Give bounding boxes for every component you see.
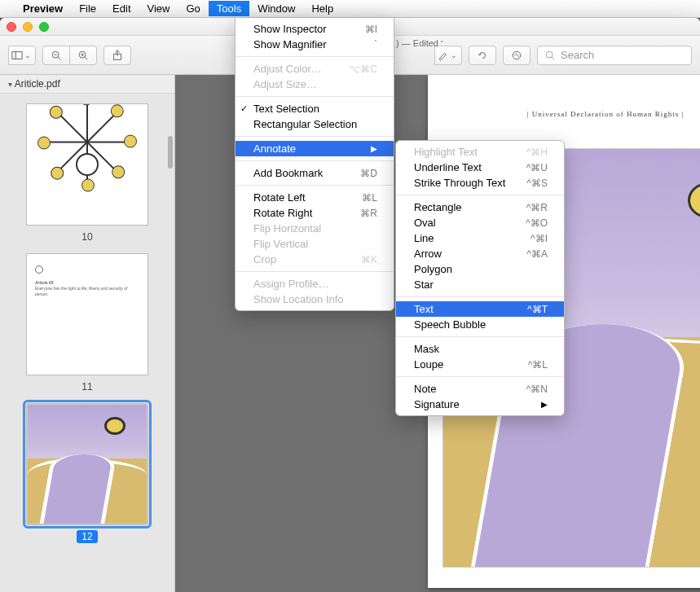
zoom-out-button[interactable] xyxy=(42,46,70,65)
menu-shortcut: ⌘I xyxy=(365,24,377,35)
menubar-tools[interactable]: Tools xyxy=(209,1,249,16)
annotate-menu-item-loupe[interactable]: Loupe^⌘L xyxy=(396,357,564,372)
tools-menu-item-crop: Crop⌘K xyxy=(236,252,394,267)
annotate-menu-item-text[interactable]: Text^⌘T xyxy=(396,301,564,317)
annotate-menu-item-oval[interactable]: Oval^⌘O xyxy=(396,215,564,230)
rotate-button[interactable] xyxy=(469,46,496,65)
menu-item-label: Text xyxy=(414,303,434,315)
menu-shortcut: ^⌘S xyxy=(526,178,548,189)
menubar-help[interactable]: Help xyxy=(303,1,341,16)
zoom-out-icon xyxy=(51,50,62,61)
highlight-group: ⌄ xyxy=(434,46,462,65)
share-button[interactable] xyxy=(103,46,131,65)
zoom-group xyxy=(42,46,97,65)
svg-line-6 xyxy=(85,57,87,59)
menu-item-label: Rectangular Selection xyxy=(253,118,357,130)
menu-item-label: Signature xyxy=(414,398,460,410)
menu-separator xyxy=(236,185,394,186)
menu-separator xyxy=(396,296,564,297)
annotate-menu-item-arrow[interactable]: Arrow^⌘A xyxy=(396,246,564,261)
tools-menu-item-show-inspector[interactable]: Show Inspector⌘I xyxy=(236,21,394,37)
annotate-menu-item-signature[interactable]: Signature▶ xyxy=(396,397,564,412)
view-mode-button[interactable]: ⌄ xyxy=(8,46,36,65)
scrollbar-thumb[interactable] xyxy=(168,136,173,169)
menu-item-label: Oval xyxy=(414,217,436,229)
document-name[interactable]: Ariticle.pdf xyxy=(0,75,174,94)
highlight-button[interactable]: ⌄ xyxy=(434,46,462,65)
page-header-text: | Universal Declaration of Human Rights … xyxy=(428,110,700,118)
annotate-menu-item-note[interactable]: Note^⌘N xyxy=(396,381,564,397)
menu-shortcut: ^⌘T xyxy=(527,304,548,315)
tools-menu-item-rotate-right[interactable]: Rotate Right⌘R xyxy=(236,205,394,221)
menubar-app[interactable]: Preview xyxy=(15,1,71,16)
menu-separator xyxy=(396,195,564,195)
thumbnail-image xyxy=(26,403,148,525)
tools-menu-item-show-magnifier[interactable]: Show Magnifier` xyxy=(236,37,394,52)
menu-shortcut: ⌘L xyxy=(362,192,377,204)
menu-shortcut: ^⌘O xyxy=(526,217,548,229)
annotate-menu-item-speech-bubble[interactable]: Speech Bubble xyxy=(396,317,564,332)
page-number: 10 xyxy=(77,230,97,243)
menu-item-label: Assign Profile… xyxy=(253,278,328,290)
menubar-edit[interactable]: Edit xyxy=(104,1,139,16)
annotate-menu-item-underline-text[interactable]: Underline Text^⌘U xyxy=(396,160,564,175)
page-thumbnail[interactable]: Article 03 Everyone has the right to lif… xyxy=(0,253,174,393)
menubar-window[interactable]: Window xyxy=(249,1,303,16)
chevron-down-icon: ⌄ xyxy=(449,51,459,59)
thumbnail-image: Article 03 Everyone has the right to lif… xyxy=(26,253,148,375)
annotate-menu-item-rectangle[interactable]: Rectangle^⌘R xyxy=(396,200,564,215)
menu-item-label: Annotate xyxy=(253,143,296,155)
menu-item-label: Rotate Right xyxy=(253,207,312,219)
menu-item-label: Text Selection xyxy=(253,103,319,115)
annotate-menu-item-mask[interactable]: Mask xyxy=(396,341,564,357)
tools-menu-item-assign-profile: Assign Profile… xyxy=(236,276,394,292)
search-placeholder: Search xyxy=(561,49,594,61)
menu-shortcut: ^⌘N xyxy=(526,384,548,395)
page-thumbnail-selected[interactable]: 12 xyxy=(0,403,174,543)
tools-menu-item-show-location-info: Show Location Info xyxy=(236,292,394,307)
svg-rect-0 xyxy=(12,51,22,59)
rotate-icon xyxy=(477,50,488,61)
menu-item-label: Crop xyxy=(253,253,276,265)
traffic-lights xyxy=(7,22,49,32)
page-thumbnail[interactable]: 10 xyxy=(0,103,174,243)
menu-item-label: Rotate Left xyxy=(253,191,306,204)
menu-shortcut: ⌥⌘C xyxy=(349,64,377,75)
markup-toolbar-icon xyxy=(511,50,522,61)
menu-item-label: Adjust Size… xyxy=(253,78,317,90)
search-field[interactable]: Search xyxy=(537,46,692,65)
menu-separator xyxy=(236,271,394,272)
menubar-file[interactable]: File xyxy=(71,1,104,16)
tools-menu-item-text-selection[interactable]: ✓Text Selection xyxy=(236,101,394,116)
window-minimize[interactable] xyxy=(23,22,33,32)
tools-menu-item-add-bookmark[interactable]: Add Bookmark⌘D xyxy=(236,165,394,181)
window-zoom[interactable] xyxy=(39,22,49,32)
menu-item-label: Strike Through Text xyxy=(414,177,505,189)
window-close[interactable] xyxy=(7,22,16,32)
tools-menu-item-rectangular-selection[interactable]: Rectangular Selection xyxy=(236,116,394,132)
annotate-menu-item-strike-through-text[interactable]: Strike Through Text^⌘S xyxy=(396,175,564,191)
annotate-menu-item-star[interactable]: Star xyxy=(396,277,564,292)
menu-item-label: Line xyxy=(414,232,434,244)
page-number: 12 xyxy=(77,530,97,543)
markup-button[interactable] xyxy=(503,46,531,65)
menu-item-label: Note xyxy=(414,383,436,395)
view-mode-group: ⌄ xyxy=(8,46,36,65)
tools-menu-item-rotate-left[interactable]: Rotate Left⌘L xyxy=(236,190,394,205)
document-edited-status[interactable]: ) — Edited xyxy=(396,38,445,48)
annotate-menu-item-line[interactable]: Line^⌘I xyxy=(396,230,564,246)
check-icon: ✓ xyxy=(240,103,248,114)
menu-separator xyxy=(396,376,564,377)
menu-shortcut: ^⌘I xyxy=(531,233,548,244)
svg-line-3 xyxy=(58,57,60,59)
annotate-menu-item-polygon[interactable]: Polygon xyxy=(396,261,564,277)
svg-point-12 xyxy=(546,51,553,58)
sidebar-icon xyxy=(11,50,23,61)
menubar-go[interactable]: Go xyxy=(178,1,208,16)
tools-menu-item-annotate[interactable]: Annotate▶ xyxy=(236,141,394,156)
menu-item-label: Mask xyxy=(414,343,439,355)
zoom-in-button[interactable] xyxy=(69,46,97,65)
chevron-down-icon: ⌄ xyxy=(23,51,33,59)
menubar-view[interactable]: View xyxy=(139,1,178,16)
thumbnail-sidebar[interactable]: Ariticle.pdf 10 xyxy=(0,75,175,592)
